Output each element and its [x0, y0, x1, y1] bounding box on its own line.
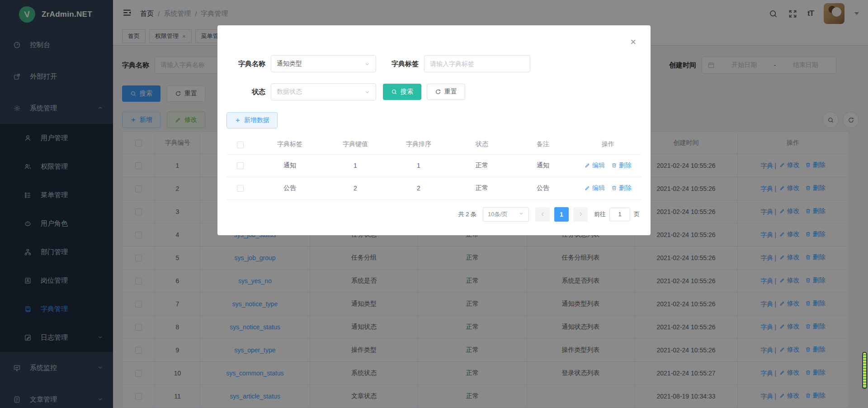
- header-dict-sort: 字典排序: [385, 135, 453, 154]
- modal-filter-row-1: 字典名称 通知类型 字典标签: [226, 55, 642, 72]
- modal-filter-row-2: 状态 数据状态 搜索 重置: [226, 83, 642, 100]
- edit-link[interactable]: 编辑: [585, 161, 605, 170]
- scrollbar-thumb[interactable]: [862, 352, 867, 389]
- dict-data-table: 字典标签 字典键值 字典排序 状态 备注 操作 通知 1 1 正常 通知 编辑删…: [226, 135, 642, 200]
- dict-name-select-value: 通知类型: [277, 60, 302, 68]
- dict-label-input[interactable]: [424, 55, 530, 72]
- dict-label-label: 字典标签: [392, 60, 419, 68]
- header-dict-label: 字典标签: [254, 135, 326, 154]
- cell-status: 正常: [453, 177, 511, 199]
- goto-page-input[interactable]: [609, 208, 630, 221]
- trash-icon: [611, 185, 617, 191]
- page-size-select[interactable]: 10条/页: [483, 207, 529, 222]
- cell-remark: 公告: [511, 177, 575, 199]
- modal-table-header-row: 字典标签 字典键值 字典排序 状态 备注 操作: [226, 135, 642, 154]
- add-data-button[interactable]: 新增数据: [226, 112, 278, 128]
- row-checkbox[interactable]: [237, 185, 244, 192]
- close-icon[interactable]: ×: [630, 37, 636, 47]
- app-root: V ZrAdmin.NET 控制台 外部打开 系统管理 用户管理 权限管理: [0, 0, 868, 408]
- cell-dict-label: 公告: [254, 177, 326, 199]
- page-number-button[interactable]: 1: [554, 207, 569, 222]
- modal-search-button[interactable]: 搜索: [383, 84, 421, 100]
- refresh-icon: [435, 89, 441, 95]
- header-remark: 备注: [511, 135, 575, 154]
- cell-dict-value: 1: [326, 154, 385, 177]
- next-page-button[interactable]: [573, 207, 588, 222]
- cell-dict-sort: 1: [385, 154, 453, 177]
- status-select-placeholder: 数据状态: [277, 88, 302, 96]
- dict-name-label: 字典名称: [226, 60, 265, 68]
- pagination-total: 共 2 条: [458, 210, 476, 218]
- cell-dict-value: 2: [326, 177, 385, 199]
- cell-dict-label: 通知: [254, 154, 326, 177]
- search-icon: [391, 89, 397, 95]
- trash-icon: [611, 162, 617, 168]
- cell-remark: 通知: [511, 154, 575, 177]
- header-status: 状态: [453, 135, 511, 154]
- chevron-down-icon: [519, 211, 524, 218]
- prev-page-button[interactable]: [535, 207, 550, 222]
- modal-pagination: 共 2 条 10条/页 1 前往 页: [226, 207, 640, 222]
- goto-page: 前往 页: [594, 208, 640, 221]
- header-actions: 操作: [575, 135, 642, 154]
- header-dict-value: 字典键值: [326, 135, 385, 154]
- modal-table-row: 通知 1 1 正常 通知 编辑删除: [226, 154, 642, 177]
- status-label: 状态: [226, 88, 265, 96]
- chevron-right-icon: [578, 211, 584, 217]
- pager: 1: [535, 207, 588, 222]
- row-checkbox[interactable]: [237, 162, 244, 169]
- pencil-icon: [585, 162, 590, 168]
- chevron-down-icon: [364, 89, 370, 95]
- cell-status: 正常: [453, 154, 511, 177]
- dict-name-select[interactable]: 通知类型: [271, 55, 376, 72]
- page-size-value: 10条/页: [488, 210, 508, 218]
- modal-table-row: 公告 2 2 正常 公告 编辑删除: [226, 177, 642, 199]
- pencil-icon: [585, 185, 590, 191]
- page-unit-label: 页: [634, 210, 640, 218]
- cell-dict-sort: 2: [385, 177, 453, 199]
- plus-icon: [235, 117, 241, 123]
- delete-link[interactable]: 删除: [611, 184, 632, 192]
- delete-link[interactable]: 删除: [611, 161, 632, 170]
- status-select[interactable]: 数据状态: [271, 83, 376, 100]
- chevron-down-icon: [364, 61, 370, 67]
- dict-data-dialog: × 字典名称 通知类型 字典标签 状态 数据状态 搜索 重置: [217, 25, 651, 235]
- chevron-left-icon: [540, 211, 546, 217]
- edit-link[interactable]: 编辑: [585, 184, 605, 192]
- goto-label: 前往: [594, 210, 606, 218]
- modal-reset-button[interactable]: 重置: [427, 84, 465, 100]
- select-all-checkbox[interactable]: [237, 142, 244, 148]
